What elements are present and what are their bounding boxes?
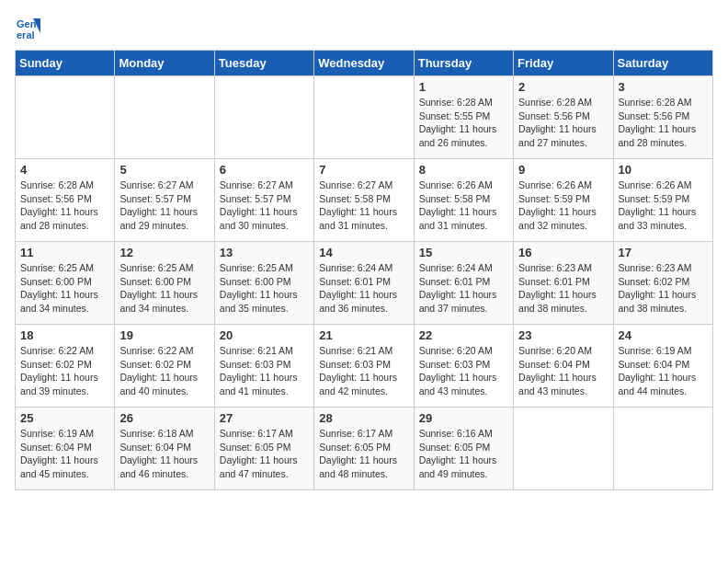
day-info: Sunrise: 6:22 AM Sunset: 6:02 PM Dayligh… [20, 344, 109, 398]
day-info: Sunrise: 6:26 AM Sunset: 5:59 PM Dayligh… [619, 178, 708, 233]
day-info: Sunrise: 6:28 AM Sunset: 5:56 PM Dayligh… [518, 96, 608, 150]
day-info: Sunrise: 6:26 AM Sunset: 5:58 PM Dayligh… [419, 178, 508, 233]
calendar-cell: 9Sunrise: 6:26 AM Sunset: 5:59 PM Daylig… [514, 159, 613, 242]
day-info: Sunrise: 6:27 AM Sunset: 5:57 PM Dayligh… [220, 178, 309, 233]
day-info: Sunrise: 6:22 AM Sunset: 6:02 PM Dayligh… [119, 344, 209, 398]
day-number: 8 [419, 163, 508, 177]
day-number: 26 [119, 411, 209, 425]
day-number: 4 [20, 163, 109, 177]
day-number: 12 [119, 246, 209, 259]
day-info: Sunrise: 6:21 AM Sunset: 6:03 PM Dayligh… [319, 344, 408, 398]
day-number: 5 [119, 163, 209, 177]
day-info: Sunrise: 6:25 AM Sunset: 6:00 PM Dayligh… [20, 261, 109, 316]
calendar-cell [314, 76, 414, 159]
day-number: 18 [20, 328, 109, 342]
calendar-cell: 10Sunrise: 6:26 AM Sunset: 5:59 PM Dayli… [613, 159, 712, 242]
day-info: Sunrise: 6:27 AM Sunset: 5:57 PM Dayligh… [119, 178, 209, 233]
calendar-cell: 6Sunrise: 6:27 AM Sunset: 5:57 PM Daylig… [214, 159, 313, 242]
calendar-cell: 1Sunrise: 6:28 AM Sunset: 5:55 PM Daylig… [414, 76, 513, 159]
logo: Gen eral [15, 15, 44, 40]
svg-text:eral: eral [17, 29, 35, 40]
day-info: Sunrise: 6:26 AM Sunset: 5:59 PM Dayligh… [518, 178, 608, 233]
calendar-cell: 14Sunrise: 6:24 AM Sunset: 6:01 PM Dayli… [314, 242, 414, 325]
day-info: Sunrise: 6:24 AM Sunset: 6:01 PM Dayligh… [419, 261, 508, 316]
day-number: 24 [619, 328, 708, 342]
calendar-week-row: 1Sunrise: 6:28 AM Sunset: 5:55 PM Daylig… [16, 76, 713, 159]
calendar-week-row: 11Sunrise: 6:25 AM Sunset: 6:00 PM Dayli… [16, 242, 713, 325]
day-number: 14 [319, 246, 408, 259]
day-number: 29 [419, 411, 508, 425]
calendar-cell: 24Sunrise: 6:19 AM Sunset: 6:04 PM Dayli… [613, 325, 712, 408]
day-info: Sunrise: 6:28 AM Sunset: 5:56 PM Dayligh… [20, 178, 109, 233]
calendar-cell: 28Sunrise: 6:17 AM Sunset: 6:05 PM Dayli… [314, 408, 414, 490]
day-info: Sunrise: 6:18 AM Sunset: 6:04 PM Dayligh… [119, 427, 209, 481]
day-info: Sunrise: 6:17 AM Sunset: 6:05 PM Dayligh… [220, 427, 309, 481]
calendar-cell: 25Sunrise: 6:19 AM Sunset: 6:04 PM Dayli… [16, 408, 115, 490]
calendar-cell: 13Sunrise: 6:25 AM Sunset: 6:00 PM Dayli… [214, 242, 313, 325]
calendar-table: SundayMondayTuesdayWednesdayThursdayFrid… [15, 50, 713, 490]
day-info: Sunrise: 6:17 AM Sunset: 6:05 PM Dayligh… [319, 427, 408, 481]
day-number: 7 [319, 163, 408, 177]
calendar-cell: 19Sunrise: 6:22 AM Sunset: 6:02 PM Dayli… [115, 325, 214, 408]
calendar-cell: 3Sunrise: 6:28 AM Sunset: 5:56 PM Daylig… [613, 76, 712, 159]
calendar-cell: 16Sunrise: 6:23 AM Sunset: 6:01 PM Dayli… [514, 242, 613, 325]
day-number: 23 [518, 328, 608, 342]
calendar-cell: 18Sunrise: 6:22 AM Sunset: 6:02 PM Dayli… [16, 325, 115, 408]
day-number: 1 [419, 80, 508, 94]
weekday-header: Tuesday [214, 51, 313, 76]
day-number: 27 [220, 411, 309, 425]
weekday-header: Wednesday [314, 51, 414, 76]
calendar-week-row: 18Sunrise: 6:22 AM Sunset: 6:02 PM Dayli… [16, 325, 713, 408]
day-number: 15 [419, 246, 508, 259]
day-info: Sunrise: 6:23 AM Sunset: 6:01 PM Dayligh… [518, 261, 608, 316]
day-number: 16 [518, 246, 608, 259]
calendar-cell: 21Sunrise: 6:21 AM Sunset: 6:03 PM Dayli… [314, 325, 414, 408]
day-number: 2 [518, 80, 608, 94]
calendar-cell [16, 76, 115, 159]
day-info: Sunrise: 6:25 AM Sunset: 6:00 PM Dayligh… [220, 261, 309, 316]
page-header: Gen eral [15, 15, 713, 40]
logo-icon: Gen eral [15, 15, 40, 40]
day-info: Sunrise: 6:24 AM Sunset: 6:01 PM Dayligh… [319, 261, 408, 316]
day-number: 25 [20, 411, 109, 425]
calendar-cell: 15Sunrise: 6:24 AM Sunset: 6:01 PM Dayli… [414, 242, 513, 325]
day-info: Sunrise: 6:19 AM Sunset: 6:04 PM Dayligh… [619, 344, 708, 398]
weekday-header: Thursday [414, 51, 513, 76]
day-number: 3 [619, 80, 708, 94]
day-info: Sunrise: 6:25 AM Sunset: 6:00 PM Dayligh… [119, 261, 209, 316]
day-number: 13 [220, 246, 309, 259]
day-info: Sunrise: 6:19 AM Sunset: 6:04 PM Dayligh… [20, 427, 109, 481]
calendar-cell [613, 408, 712, 490]
day-number: 19 [119, 328, 209, 342]
day-info: Sunrise: 6:20 AM Sunset: 6:03 PM Dayligh… [419, 344, 508, 398]
day-number: 6 [220, 163, 309, 177]
calendar-cell [214, 76, 313, 159]
day-number: 28 [319, 411, 408, 425]
weekday-header: Sunday [16, 51, 115, 76]
calendar-cell: 29Sunrise: 6:16 AM Sunset: 6:05 PM Dayli… [414, 408, 513, 490]
calendar-cell: 4Sunrise: 6:28 AM Sunset: 5:56 PM Daylig… [16, 159, 115, 242]
day-number: 21 [319, 328, 408, 342]
day-info: Sunrise: 6:21 AM Sunset: 6:03 PM Dayligh… [220, 344, 309, 398]
day-number: 20 [220, 328, 309, 342]
calendar-cell: 27Sunrise: 6:17 AM Sunset: 6:05 PM Dayli… [214, 408, 313, 490]
calendar-cell: 23Sunrise: 6:20 AM Sunset: 6:04 PM Dayli… [514, 325, 613, 408]
calendar-cell: 5Sunrise: 6:27 AM Sunset: 5:57 PM Daylig… [115, 159, 214, 242]
day-number: 10 [619, 163, 708, 177]
day-info: Sunrise: 6:28 AM Sunset: 5:55 PM Dayligh… [419, 96, 508, 150]
svg-text:Gen: Gen [17, 18, 37, 29]
day-number: 11 [20, 246, 109, 259]
calendar-cell: 8Sunrise: 6:26 AM Sunset: 5:58 PM Daylig… [414, 159, 513, 242]
day-info: Sunrise: 6:23 AM Sunset: 6:02 PM Dayligh… [619, 261, 708, 316]
calendar-cell: 26Sunrise: 6:18 AM Sunset: 6:04 PM Dayli… [115, 408, 214, 490]
day-info: Sunrise: 6:20 AM Sunset: 6:04 PM Dayligh… [518, 344, 608, 398]
weekday-header: Saturday [613, 51, 712, 76]
calendar-cell [115, 76, 214, 159]
calendar-cell: 11Sunrise: 6:25 AM Sunset: 6:00 PM Dayli… [16, 242, 115, 325]
calendar-cell: 17Sunrise: 6:23 AM Sunset: 6:02 PM Dayli… [613, 242, 712, 325]
calendar-cell: 7Sunrise: 6:27 AM Sunset: 5:58 PM Daylig… [314, 159, 414, 242]
day-info: Sunrise: 6:28 AM Sunset: 5:56 PM Dayligh… [619, 96, 708, 150]
weekday-header: Monday [115, 51, 214, 76]
day-number: 22 [419, 328, 508, 342]
calendar-week-row: 4Sunrise: 6:28 AM Sunset: 5:56 PM Daylig… [16, 159, 713, 242]
